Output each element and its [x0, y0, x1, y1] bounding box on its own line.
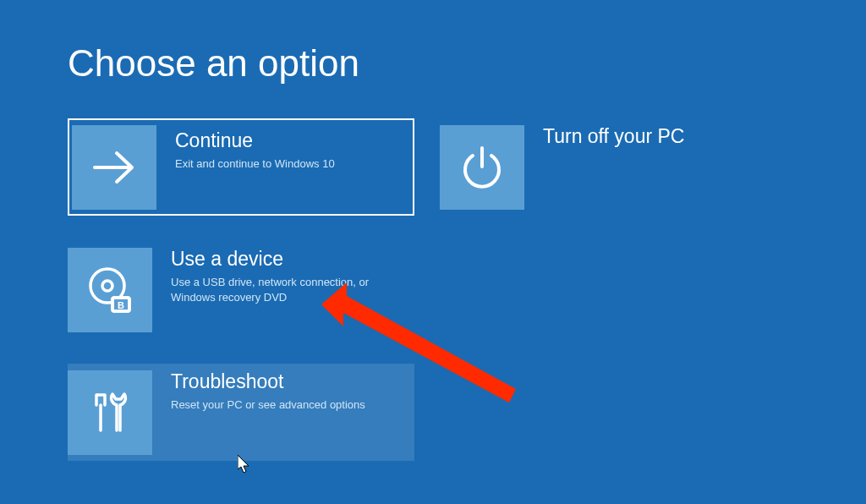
turnoff-title: Turn off your PC	[543, 125, 684, 148]
svg-text:B: B	[118, 300, 124, 310]
turnoff-text: Turn off your PC	[524, 118, 684, 216]
continue-text: Continue Exit and continue to Windows 10	[156, 123, 335, 211]
tools-icon	[85, 388, 134, 437]
continue-desc: Exit and continue to Windows 10	[175, 156, 335, 172]
troubleshoot-tile-icon	[68, 370, 152, 455]
power-icon	[458, 143, 507, 192]
device-tile-icon: B	[68, 248, 152, 332]
svg-point-3	[102, 281, 112, 291]
troubleshoot-text: Troubleshoot Reset your PC or see advanc…	[152, 364, 365, 461]
main-container: Choose an option Continue Exit and conti…	[0, 0, 866, 461]
continue-option[interactable]: Continue Exit and continue to Windows 10	[68, 118, 414, 216]
options-grid: Continue Exit and continue to Windows 10…	[68, 118, 846, 461]
page-title: Choose an option	[68, 42, 866, 85]
device-text: Use a device Use a USB drive, network co…	[152, 241, 399, 338]
device-title: Use a device	[171, 248, 399, 271]
turnoff-option[interactable]: Turn off your PC	[440, 118, 787, 216]
turnoff-tile-icon	[440, 125, 524, 210]
disc-icon: B	[84, 264, 136, 316]
continue-title: Continue	[175, 129, 335, 152]
troubleshoot-desc: Reset your PC or see advanced options	[171, 397, 365, 413]
device-desc: Use a USB drive, network connection, or …	[171, 275, 399, 305]
troubleshoot-title: Troubleshoot	[171, 370, 365, 393]
continue-tile-icon	[72, 125, 156, 210]
arrow-right-icon	[88, 141, 140, 194]
troubleshoot-option[interactable]: Troubleshoot Reset your PC or see advanc…	[68, 364, 414, 461]
use-device-option[interactable]: B Use a device Use a USB drive, network …	[68, 241, 414, 338]
